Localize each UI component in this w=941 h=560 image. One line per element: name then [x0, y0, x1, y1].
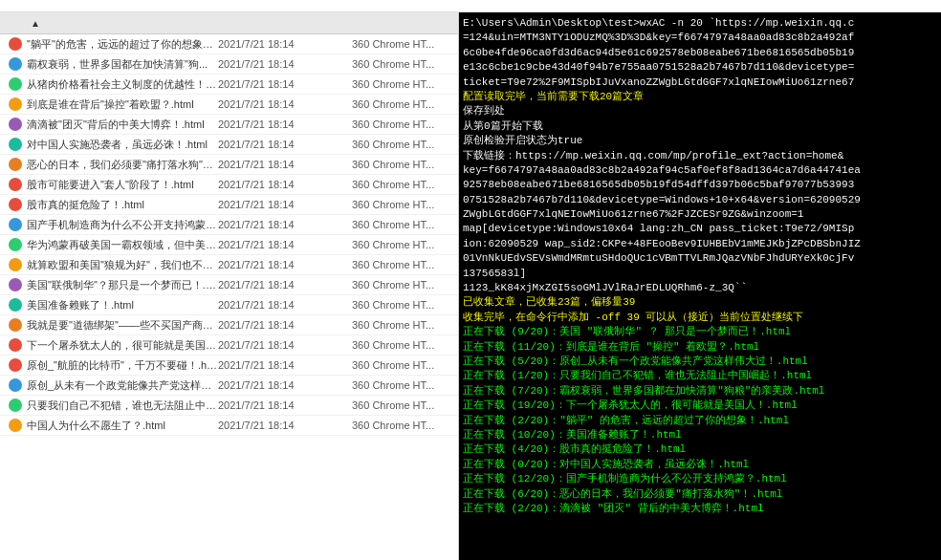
terminal-line: 正在下载 (19/20)：下一个屠杀犹太人的，很可能就是美国人！.html — [463, 398, 937, 413]
terminal-line: 正在下载 (2/20)："躺平" 的危害，远远的超过了你的想象！.html — [463, 414, 937, 428]
table-row[interactable]: 原创_"航脏的比特币"，千万不要碰！.htm...2021/7/21 18:14… — [0, 355, 458, 376]
table-row[interactable]: 美国"联俄制华"？那只是一个梦而已！.h...2021/7/21 18:1436… — [0, 275, 458, 295]
file-icon — [8, 337, 23, 353]
file-icon — [8, 157, 23, 172]
file-date: 2021/7/21 18:14 — [218, 179, 352, 190]
file-type: 360 Chrome HT... — [352, 359, 457, 371]
table-row[interactable]: 股市可能要进入"套人"阶段了！.html2021/7/21 18:14360 C… — [0, 175, 458, 195]
svg-point-15 — [9, 338, 22, 352]
terminal-line: 正在下载 (9/20)：美国 "联俄制华" ？ 那只是一个梦而已！.html — [463, 325, 937, 339]
terminal-line: 从第0篇开始下载 — [463, 119, 937, 134]
file-type: 360 Chrome HT... — [352, 339, 457, 351]
table-row[interactable]: 国产手机制造商为什么不公开支持鸿蒙？...2021/7/21 18:14360 … — [0, 215, 458, 235]
file-icon — [8, 137, 23, 152]
svg-point-4 — [9, 118, 22, 131]
file-date: 2021/7/21 18:14 — [218, 58, 352, 70]
table-row[interactable]: 滴滴被"团灭"背后的中美大博弈！.html2021/7/21 18:14360 … — [0, 115, 458, 135]
table-row[interactable]: 下一个屠杀犹太人的，很可能就是美国人...2021/7/21 18:14360 … — [0, 335, 458, 355]
svg-point-14 — [9, 318, 22, 332]
svg-point-11 — [9, 258, 22, 271]
terminal-line: 92578eb08eabe671be6816565db05b19fd54dffd… — [463, 178, 937, 192]
file-date: 2021/7/21 18:14 — [218, 379, 352, 391]
table-row[interactable]: 华为鸿蒙再破美国一霸权领域，但中美关...2021/7/21 18:14360 … — [0, 235, 458, 255]
file-date: 2021/7/21 18:14 — [218, 139, 352, 150]
table-row[interactable]: 到底是谁在背后"操控"着欧盟？.html2021/7/21 18:14360 C… — [0, 95, 458, 115]
file-type: 360 Chrome HT... — [352, 159, 457, 170]
terminal-line: 下载链接：https://mp.weixin.qq.com/mp/profile… — [463, 149, 937, 163]
file-icon — [8, 177, 23, 192]
file-date: 2021/7/21 18:14 — [218, 339, 352, 351]
file-date: 2021/7/21 18:14 — [218, 98, 352, 110]
col-header-name: ▲ — [0, 16, 210, 30]
file-name: 美国准备赖账了！.html — [27, 298, 218, 312]
file-name: 从猪肉价格看社会主义制度的优越性！.h... — [27, 77, 218, 92]
svg-point-8 — [9, 198, 22, 211]
terminal-panel: E:\Users\Admin\Desktop\test>wxAC -n 20 `… — [459, 12, 941, 560]
table-row[interactable]: 恶心的日本，我们必须要"痛打落水狗"！...2021/7/21 18:14360… — [0, 155, 458, 175]
terminal-line: 6c0be4fde96ca0fd3d6ac94d5e61c692578eb08e… — [463, 46, 937, 60]
svg-point-2 — [9, 77, 22, 91]
file-name: 股市可能要进入"套人"阶段了！.html — [27, 178, 218, 192]
terminal-line: 配置读取完毕，当前需要下载20篇文章 — [463, 90, 937, 104]
terminal-line: ZWgbLGtdGGF7xlqNEIowMiUo61zrne67%2FJZCES… — [463, 207, 937, 222]
file-icon — [8, 197, 23, 212]
terminal-line: ion:62090529 wap_sid2:CKPe+48FEooBev9IUH… — [463, 237, 937, 251]
file-type: 360 Chrome HT... — [352, 259, 457, 270]
file-type: 360 Chrome HT... — [352, 219, 457, 230]
file-icon — [8, 398, 23, 413]
file-type: 360 Chrome HT... — [352, 399, 457, 411]
terminal-line: =124&uin=MTM3NTY1ODUzMQ%3D%3D&key=f66747… — [463, 31, 937, 45]
table-row[interactable]: 股市真的挺危险了！.html2021/7/21 18:14360 Chrome … — [0, 195, 458, 215]
terminal-line: 01VnNkUEdvSEVsWmdMRmtuSHdoQUc1cVBmTTVLRm… — [463, 251, 937, 266]
svg-point-5 — [9, 138, 22, 151]
file-type: 360 Chrome HT... — [352, 199, 457, 210]
table-row[interactable]: 对中国人实施恐袭者，虽远必诛！.html2021/7/21 18:14360 C… — [0, 135, 458, 155]
file-date: 2021/7/21 18:14 — [218, 38, 352, 50]
terminal-line: 正在下载 (11/20)：到底是谁在背后 "操控" 着欧盟？.html — [463, 340, 937, 355]
svg-point-7 — [9, 178, 22, 191]
svg-point-3 — [9, 97, 22, 111]
file-date: 2021/7/21 18:14 — [218, 399, 352, 411]
left-panel: ▲ "躺平"的危害，远远的超过了你的想象！...2021/7/21 18:143… — [0, 12, 459, 560]
instruction-bar — [0, 0, 941, 12]
file-name: 股市真的挺危险了！.html — [27, 198, 218, 212]
svg-point-19 — [9, 419, 22, 432]
terminal-line: 正在下载 (10/20)：美国准备赖账了！.html — [463, 428, 937, 442]
table-row[interactable]: 原创_从未有一个政党能像共产党这样伟...2021/7/21 18:14360 … — [0, 376, 458, 396]
file-list[interactable]: "躺平"的危害，远远的超过了你的想象！...2021/7/21 18:14360… — [0, 34, 458, 560]
file-date: 2021/7/21 18:14 — [218, 279, 352, 291]
file-name: 原创_从未有一个政党能像共产党这样伟... — [27, 378, 218, 393]
table-row[interactable]: 就算欧盟和美国"狼规为好"，我们也不怕...2021/7/21 18:14360… — [0, 255, 458, 275]
terminal-line: 13756583l] — [463, 267, 937, 281]
table-row[interactable]: 我就是要"道德绑架"——些不买国产商品的...2021/7/21 18:1436… — [0, 315, 458, 335]
file-date: 2021/7/21 18:14 — [218, 259, 352, 270]
table-row[interactable]: 中国人为什么不愿生了？.html2021/7/21 18:14360 Chrom… — [0, 416, 458, 436]
file-name: 滴滴被"团灭"背后的中美大博弈！.html — [27, 118, 218, 132]
table-row[interactable]: "躺平"的危害，远远的超过了你的想象！...2021/7/21 18:14360… — [0, 34, 458, 54]
file-date: 2021/7/21 18:14 — [218, 118, 352, 130]
file-icon — [8, 418, 23, 433]
file-icon — [8, 36, 23, 52]
table-row[interactable]: 只要我们自己不犯错，谁也无法阻止中国...2021/7/21 18:14360 … — [0, 396, 458, 416]
file-icon — [8, 56, 23, 72]
file-icon — [8, 297, 23, 312]
svg-point-6 — [9, 158, 22, 171]
file-name: 就算欧盟和美国"狼规为好"，我们也不怕... — [27, 258, 218, 272]
col-header-type — [344, 16, 449, 30]
file-date: 2021/7/21 18:14 — [218, 420, 352, 431]
file-type: 360 Chrome HT... — [352, 179, 457, 190]
file-icon — [8, 277, 23, 292]
table-header: ▲ — [0, 12, 458, 34]
terminal-line: 正在下载 (6/20)：恶心的日本，我们必须要"痛打落水狗"！.html — [463, 487, 937, 502]
table-row[interactable]: 霸权衰弱，世界多国都在加快清算"狗...2021/7/21 18:14360 C… — [0, 54, 458, 75]
file-date: 2021/7/21 18:14 — [218, 299, 352, 311]
svg-point-17 — [9, 378, 22, 392]
file-name: "躺平"的危害，远远的超过了你的想象！... — [27, 37, 218, 52]
file-date: 2021/7/21 18:14 — [218, 239, 352, 250]
svg-point-0 — [9, 37, 22, 51]
table-row[interactable]: 美国准备赖账了！.html2021/7/21 18:14360 Chrome H… — [0, 295, 458, 315]
table-row[interactable]: 从猪肉价格看社会主义制度的优越性！.h...2021/7/21 18:14360… — [0, 75, 458, 95]
col-header-date — [210, 16, 344, 30]
terminal-line: 正在下载 (4/20)：股市真的挺危险了！.html — [463, 442, 937, 457]
file-date: 2021/7/21 18:14 — [218, 159, 352, 170]
